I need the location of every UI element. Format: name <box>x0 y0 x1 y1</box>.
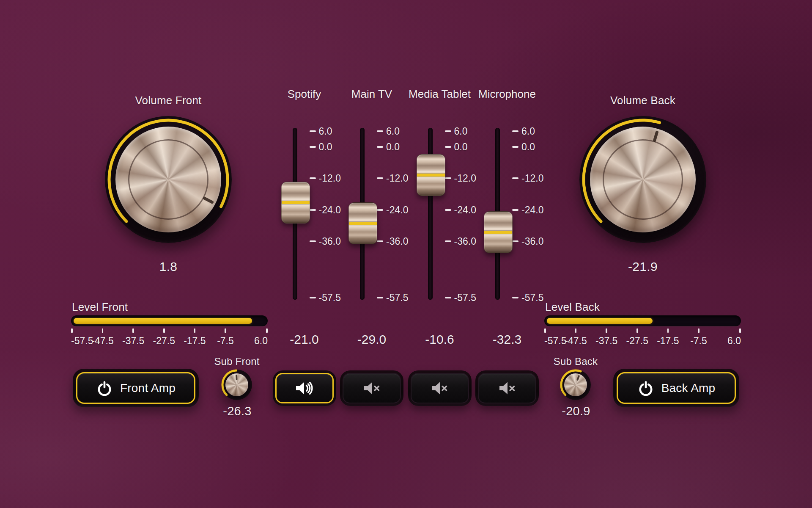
slider-tick-mark <box>445 240 451 242</box>
channel-value: -32.3 <box>473 332 541 347</box>
meter-tick-label: -47.5 <box>565 335 587 347</box>
slider-tick-mark <box>377 209 383 211</box>
meter-tick-mark <box>71 329 73 333</box>
slider-tick-label: 0.0 <box>386 141 400 153</box>
slider-tick-mark <box>310 177 316 179</box>
slider-tick-mark <box>377 240 383 242</box>
mute-button-bezel <box>475 370 539 406</box>
slider-tick-mark <box>377 177 383 179</box>
volume-slider-track[interactable] <box>428 128 433 300</box>
meter-tick-mark <box>266 329 268 333</box>
meter-tick-mark <box>194 329 196 333</box>
power-icon <box>637 380 654 397</box>
slider-tick-mark <box>445 130 451 132</box>
slider-tick-mark <box>512 240 518 242</box>
slider-tick-mark <box>512 177 518 179</box>
meter-tick-mark <box>636 329 638 333</box>
speaker-muted-icon <box>497 380 517 396</box>
sub-front-knob[interactable] <box>219 367 255 403</box>
meter-tick-label: -27.5 <box>153 335 175 347</box>
mute-button[interactable] <box>343 373 401 403</box>
slider-tick-mark <box>445 146 451 148</box>
back-amp-button[interactable]: Back Amp <box>617 372 736 404</box>
slider-thumb[interactable] <box>348 202 377 244</box>
mute-button[interactable] <box>411 373 469 403</box>
channel-strip: Spotify 6.00.0-12.0-24.0-36.0-57.5 -21.0 <box>271 0 338 508</box>
slider-thumb[interactable] <box>417 154 445 196</box>
mute-button-bezel <box>273 370 336 406</box>
meter-tick-mark <box>163 329 165 333</box>
meter-tick-label: -7.5 <box>690 335 707 347</box>
channel-value: -21.0 <box>271 332 338 347</box>
slider-thumb-line <box>484 231 512 234</box>
meter-bar <box>71 315 268 326</box>
volume-front-label: Volume Front <box>105 94 232 107</box>
back-amp-label: Back Amp <box>661 381 716 395</box>
level-back-label: Level Back <box>545 301 600 314</box>
slider-tick-label: -57.5 <box>386 292 408 304</box>
channel-value: -29.0 <box>338 332 406 347</box>
meter-tick-label: -37.5 <box>122 335 144 347</box>
meter-scale: -57.5-47.5-37.5-27.5-17.5-7.56.0 <box>544 329 741 351</box>
slider-tick-mark <box>512 130 518 132</box>
meter-fill <box>547 318 653 324</box>
slider-tick-mark <box>310 297 316 298</box>
slider-tick-label: -57.5 <box>521 292 543 304</box>
meter-tick-mark <box>575 329 577 333</box>
meter-tick-label: -57.5 <box>71 335 93 347</box>
meter-tick-label: -27.5 <box>626 335 648 347</box>
slider-tick-label: 6.0 <box>386 126 400 137</box>
slider-tick-mark <box>512 209 518 211</box>
meter-tick-mark <box>698 329 700 333</box>
slider-tick-mark <box>377 297 383 298</box>
channel-label: Spotify <box>271 88 338 101</box>
slider-tick-label: -24.0 <box>521 204 543 215</box>
channel-label: Main TV <box>338 88 406 101</box>
front-amp-button[interactable]: Front Amp <box>76 372 195 404</box>
meter-tick-label: -47.5 <box>91 335 113 347</box>
meter-tick-mark <box>225 329 226 333</box>
channel-label: Media Tablet <box>406 88 474 101</box>
slider-tick-mark <box>445 209 451 211</box>
level-front-label: Level Front <box>72 301 128 314</box>
slider-tick-mark <box>445 297 451 298</box>
slider-tick-mark <box>310 240 316 242</box>
slider-tick-mark <box>310 209 316 211</box>
channel-strip: Main TV 6.00.0-12.0-24.0-36.0-57.5 -29.0 <box>338 0 406 508</box>
slider-thumb[interactable] <box>484 211 513 253</box>
speaker-on-icon <box>294 380 314 396</box>
volume-front-knob[interactable] <box>105 116 232 243</box>
volume-back-knob[interactable] <box>579 116 706 243</box>
mute-button[interactable] <box>478 373 536 403</box>
meter-tick-label: -37.5 <box>595 335 617 347</box>
meter-scale: -57.5-47.5-37.5-27.5-17.5-7.56.0 <box>71 329 268 351</box>
speaker-muted-icon <box>362 380 382 396</box>
slider-tick-label: 6.0 <box>319 126 332 137</box>
slider-thumb-line <box>282 201 310 204</box>
slider-thumb[interactable] <box>281 182 310 224</box>
meter-tick-label: 6.0 <box>727 335 741 347</box>
slider-tick-mark <box>512 297 518 298</box>
meter-tick-mark <box>606 329 607 333</box>
front-amp-bezel: Front Amp <box>73 369 199 407</box>
slider-tick-label: 6.0 <box>521 126 535 137</box>
channel-strip: Microphone 6.00.0-12.0-24.0-36.0-57.5 -3… <box>473 0 541 508</box>
slider-tick-mark <box>377 146 383 148</box>
slider-tick-mark <box>310 130 316 132</box>
channel-strip: Media Tablet 6.00.0-12.0-24.0-36.0-57.5 … <box>406 0 474 508</box>
slider-tick-label: -36.0 <box>386 235 408 247</box>
channel-value: -10.6 <box>406 332 474 347</box>
meter-tick-label: -17.5 <box>657 335 679 347</box>
slider-thumb-line <box>417 174 445 177</box>
sub-front-value: -26.3 <box>195 404 280 418</box>
sub-back-value: -20.9 <box>534 404 618 418</box>
meter-tick-label: -57.5 <box>544 335 566 347</box>
mute-button[interactable] <box>275 373 334 403</box>
sub-front-label: Sub Front <box>195 356 279 367</box>
sub-back-knob[interactable] <box>558 367 593 403</box>
slider-tick-label: -24.0 <box>386 204 408 215</box>
mute-button-bezel <box>408 370 472 406</box>
slider-tick-label: 0.0 <box>454 141 468 153</box>
speaker-muted-icon <box>430 380 450 396</box>
volume-front-value: 1.8 <box>105 260 232 274</box>
